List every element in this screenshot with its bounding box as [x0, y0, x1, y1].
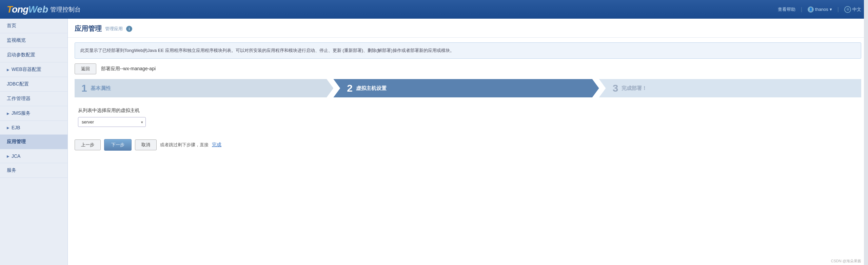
- skip-text: 或者跳过剩下步骤，直接: [160, 142, 209, 148]
- sidebar-item-monitor[interactable]: 监视概览: [0, 33, 67, 48]
- logo-web-text: Web: [28, 4, 48, 15]
- footer-csdn: CSDN @海朵果酱: [831, 259, 861, 264]
- main-content: 应用管理 管理应用 i 此页显示了已经部署到TongWeb的Java EE 应用…: [68, 19, 868, 265]
- select-label: 从列表中选择应用的虚拟主机: [78, 108, 858, 114]
- sidebar-item-jms[interactable]: JMS服务: [0, 106, 67, 121]
- user-icon: 👤: [808, 6, 814, 13]
- step-3-label: 完成部署！: [622, 85, 647, 92]
- sidebar-item-startup[interactable]: 启动参数配置: [0, 48, 67, 62]
- user-menu[interactable]: 👤 thanos ▾: [808, 6, 832, 13]
- page-header: 应用管理 管理应用 i: [68, 19, 868, 38]
- sidebar-item-ejb[interactable]: EJB: [0, 121, 67, 135]
- user-dropdown-icon: ▾: [830, 7, 832, 12]
- step-2-number: 2: [347, 83, 353, 93]
- select-wrapper: server localhost default ▾: [78, 117, 146, 127]
- info-box: 此页显示了已经部署到TongWeb的Java EE 应用程序和独立应用程序模块列…: [75, 42, 861, 59]
- deploy-path-text: 部署应用--wx-manage-api: [101, 66, 156, 72]
- cancel-button[interactable]: 取消: [135, 139, 157, 150]
- virtual-host-select[interactable]: server localhost default: [78, 117, 146, 127]
- sidebar-item-app[interactable]: 应用管理: [0, 135, 67, 149]
- layout: 首页监视概览启动参数配置WEB容器配置JDBC配置工作管理器JMS服务EJB应用…: [0, 19, 868, 265]
- page-title: 应用管理: [75, 24, 102, 33]
- step-1-label: 基本属性: [91, 85, 111, 92]
- header: Tong Web 管理控制台 查看帮助 | 👤 thanos ▾ | ⊕ 中文: [0, 0, 868, 19]
- logo-tong-text: Tong: [7, 4, 28, 15]
- step-3-number: 3: [613, 83, 618, 93]
- sidebar-item-jca[interactable]: JCA: [0, 149, 67, 163]
- form-section: 从列表中选择应用的虚拟主机 server localhost default ▾: [68, 104, 868, 134]
- next-button[interactable]: 下一步: [104, 139, 132, 151]
- sidebar-item-service[interactable]: 服务: [0, 163, 67, 178]
- sidebar-item-job[interactable]: 工作管理器: [0, 92, 67, 106]
- logo: Tong Web 管理控制台: [7, 4, 81, 15]
- scrollbar[interactable]: [864, 0, 868, 265]
- step-2-label: 虚拟主机设置: [356, 85, 387, 92]
- header-right: 查看帮助 | 👤 thanos ▾ | ⊕ 中文: [778, 6, 861, 13]
- back-bar: 返回 部署应用--wx-manage-api: [75, 63, 861, 74]
- sidebar: 首页监视概览启动参数配置WEB容器配置JDBC配置工作管理器JMS服务EJB应用…: [0, 19, 68, 265]
- sidebar-item-web[interactable]: WEB容器配置: [0, 62, 67, 77]
- globe-icon: ⊕: [844, 6, 851, 13]
- user-name: thanos: [815, 7, 828, 12]
- sidebar-item-jdbc[interactable]: JDBC配置: [0, 77, 67, 92]
- prev-button[interactable]: 上一步: [75, 139, 101, 150]
- info-icon[interactable]: i: [126, 26, 132, 32]
- action-bar: 上一步 下一步 取消 或者跳过剩下步骤，直接 完成: [68, 134, 868, 156]
- sidebar-item-home[interactable]: 首页: [0, 19, 67, 33]
- steps-bar: 1 基本属性 2 虚拟主机设置 3 完成部署！: [75, 79, 861, 97]
- logo-subtitle: 管理控制台: [50, 5, 81, 14]
- back-button[interactable]: 返回: [75, 63, 96, 74]
- finish-link[interactable]: 完成: [212, 142, 221, 148]
- page-subtitle: 管理应用: [105, 26, 123, 32]
- step-2: 2 虚拟主机设置: [333, 79, 599, 97]
- step-1: 1 基本属性: [75, 79, 333, 97]
- lang-label: 中文: [852, 6, 861, 13]
- lang-menu[interactable]: ⊕ 中文: [844, 6, 861, 13]
- step-1-number: 1: [81, 83, 87, 93]
- help-link[interactable]: 查看帮助: [778, 6, 795, 13]
- step-3: 3 完成部署！: [599, 79, 861, 97]
